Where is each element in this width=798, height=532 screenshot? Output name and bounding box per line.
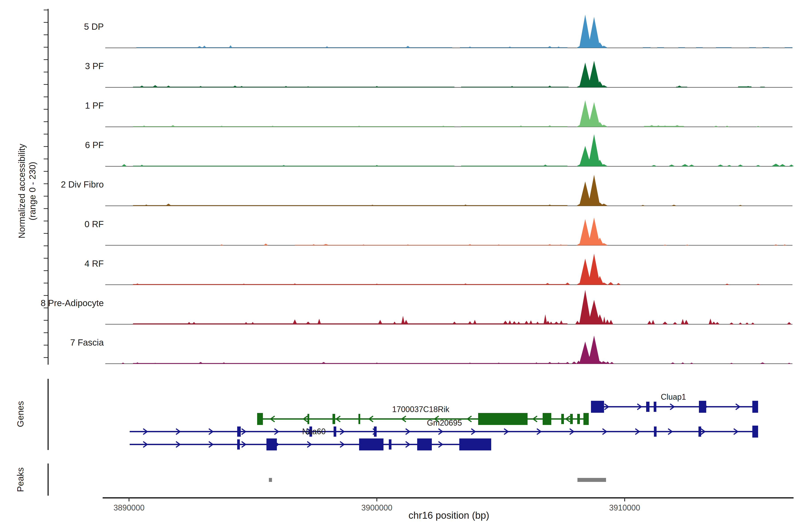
gene-exon [699,401,706,413]
track-signal-5-dp [136,15,793,48]
gene-exon [543,413,551,425]
track-label: 3 PF [0,61,104,71]
gene-exon [266,438,277,451]
gene-exon [374,426,377,437]
track-label: 7 Fascia [0,338,104,347]
x-axis-tick-label: 3910000 [609,503,640,513]
gene-exon [237,439,240,450]
gene-exon [417,438,432,451]
gene-exon [389,439,392,450]
gene-name-label: Naa60 [302,428,326,436]
gene-exon [570,414,573,424]
track-signal-0-rf [220,218,786,245]
gene-exon [332,414,335,424]
genome-browser-figure: Normalized accessibility (range 0 - 230)… [0,0,798,532]
track-signal-8-pre-adipocyte [133,290,791,324]
x-axis-tick-label: 3900000 [361,503,392,513]
track-signal-6-pf [121,134,794,166]
gene-exon [359,438,383,451]
tracks-canvas [0,0,798,532]
gene-exon [237,426,241,437]
track-signal-2-div-fibro [133,175,743,206]
x-axis-title: chr16 position (bp) [408,510,489,521]
gene-name-label: 1700037C18Rik [392,405,449,414]
gene-exon [478,413,528,425]
gene-exon [459,438,491,451]
peak-region [269,478,272,482]
gene-exon [752,401,758,413]
track-signal-3-pf [133,61,765,87]
gene-exon [307,414,309,424]
track-signal-7-fascia [121,336,791,364]
gene-exon [591,401,604,413]
gene-exon [654,426,657,437]
track-label: 8 Pre-Adipocyte [0,298,104,308]
gene-exon [646,402,649,412]
track-label: 1 PF [0,101,104,110]
track-label: 0 RF [0,219,104,229]
gene-exon [577,414,580,424]
peak-region [577,478,606,482]
gene-exon [257,413,263,425]
gene-exon [561,414,564,424]
track-label: 4 RF [0,259,104,268]
gene-exon [334,426,336,437]
gene-exon [699,426,701,437]
genes-section-label: Genes [16,401,25,427]
track-signal-1-pf [133,100,760,127]
gene-name-label: Cluap1 [661,393,686,401]
gene-name-label: Gm20695 [427,419,462,427]
peaks-section-label: Peaks [16,467,25,492]
gene-exon [584,413,589,425]
gene-exon [654,402,657,412]
track-label: 6 PF [0,140,104,150]
gene-exon [358,414,360,424]
track-label: 2 Div Fibro [0,179,104,189]
x-axis-tick-label: 3890000 [114,503,145,513]
track-signal-4-rf [133,254,760,285]
track-label: 5 DP [0,22,104,32]
gene-exon [752,425,758,438]
